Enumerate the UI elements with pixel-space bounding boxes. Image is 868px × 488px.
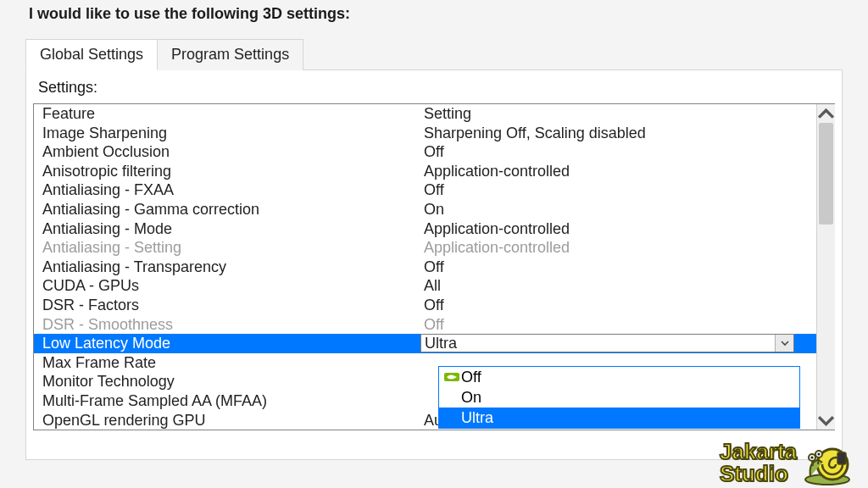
setting-row[interactable]: CUDA - GPUsAll [34, 276, 816, 296]
feature-label: Antialiasing - Mode [34, 219, 420, 239]
dropdown-option[interactable]: Off [439, 367, 799, 387]
feature-label: DSR - Factors [34, 296, 420, 315]
svg-point-5 [810, 456, 813, 458]
feature-label: Ambient Occlusion [34, 142, 420, 162]
feature-label: CUDA - GPUs [34, 276, 420, 296]
setting-row[interactable]: Antialiasing - SettingApplication-contro… [34, 238, 816, 258]
feature-label: OpenGL rendering GPU [34, 411, 420, 430]
feature-label: Multi-Frame Sampled AA (MFAA) [34, 391, 420, 411]
svg-rect-9 [837, 452, 846, 464]
tab-global-settings[interactable]: Global Settings [25, 39, 158, 70]
dropdown-toggle[interactable] [775, 335, 793, 352]
logo-text: Jakarta Studio [720, 441, 797, 485]
nvidia-icon [444, 371, 459, 383]
dropdown-option[interactable]: On [439, 387, 799, 408]
chevron-down-icon [817, 413, 835, 428]
feature-label: Anisotropic filtering [34, 162, 420, 181]
setting-row[interactable]: Antialiasing - ModeApplication-controlle… [34, 219, 816, 239]
tab-program-settings[interactable]: Program Settings [158, 39, 303, 70]
svg-line-7 [812, 461, 813, 466]
setting-value: On [420, 200, 816, 219]
feature-label: Antialiasing - Setting [34, 238, 420, 258]
svg-point-6 [817, 452, 820, 455]
vertical-scrollbar[interactable] [816, 104, 835, 430]
page-title: I would like to use the following 3D set… [0, 0, 868, 38]
setting-value: Off [420, 142, 816, 162]
setting-value: Off [420, 296, 816, 315]
setting-row[interactable]: DSR - FactorsOff [34, 296, 816, 315]
setting-row[interactable]: Ambient OcclusionOff [34, 142, 816, 162]
setting-row[interactable]: Image SharpeningSharpening Off, Scaling … [34, 124, 816, 143]
setting-row[interactable]: DSR - SmoothnessOff [34, 315, 816, 335]
feature-label: Antialiasing - Gamma correction [34, 200, 420, 219]
feature-label: Image Sharpening [34, 124, 420, 143]
setting-row[interactable]: Antialiasing - TransparencyOff [34, 258, 816, 277]
tab-row: Global Settings Program Settings [25, 38, 843, 70]
chevron-down-icon [781, 340, 789, 347]
scroll-track[interactable] [817, 123, 835, 411]
column-header-setting: Setting [420, 104, 816, 124]
chevron-up-icon [817, 107, 835, 121]
feature-label: DSR - Smoothness [34, 315, 420, 335]
low-latency-mode-dropdown[interactable]: OffOnUltra [438, 366, 800, 429]
scroll-down-button[interactable] [817, 411, 835, 430]
feature-label: Antialiasing - FXAA [34, 180, 420, 200]
column-header-feature: Feature [34, 104, 420, 124]
setting-row[interactable]: Low Latency ModeUltra [34, 334, 816, 353]
setting-value: Sharpening Off, Scaling disabled [420, 124, 816, 143]
setting-value: Application-controlled [420, 162, 816, 181]
scroll-up-button[interactable] [817, 104, 835, 123]
setting-row[interactable]: Antialiasing - Gamma correctionOn [34, 200, 816, 219]
settings-label: Settings: [33, 77, 835, 103]
setting-value[interactable]: Ultra [420, 334, 794, 352]
setting-value: Off [420, 258, 816, 277]
feature-label: Antialiasing - Transparency [34, 258, 420, 277]
setting-row[interactable]: Anisotropic filteringApplication-control… [34, 162, 816, 181]
setting-value: Application-controlled [420, 219, 816, 239]
setting-row[interactable]: Antialiasing - FXAAOff [34, 180, 816, 200]
feature-label: Low Latency Mode [34, 334, 420, 353]
scroll-thumb[interactable] [819, 123, 833, 225]
feature-label: Max Frame Rate [34, 353, 420, 373]
setting-value: Application-controlled [420, 238, 816, 258]
setting-value: Off [420, 315, 816, 335]
snail-icon [802, 439, 858, 486]
column-header-row: FeatureSetting [34, 104, 816, 124]
jakarta-studio-watermark: Jakarta Studio [720, 439, 858, 486]
feature-label: Monitor Technology [34, 372, 420, 391]
setting-value: Off [420, 180, 816, 200]
dropdown-option[interactable]: Ultra [439, 408, 799, 428]
setting-value: All [420, 276, 816, 296]
svg-line-8 [818, 458, 819, 464]
